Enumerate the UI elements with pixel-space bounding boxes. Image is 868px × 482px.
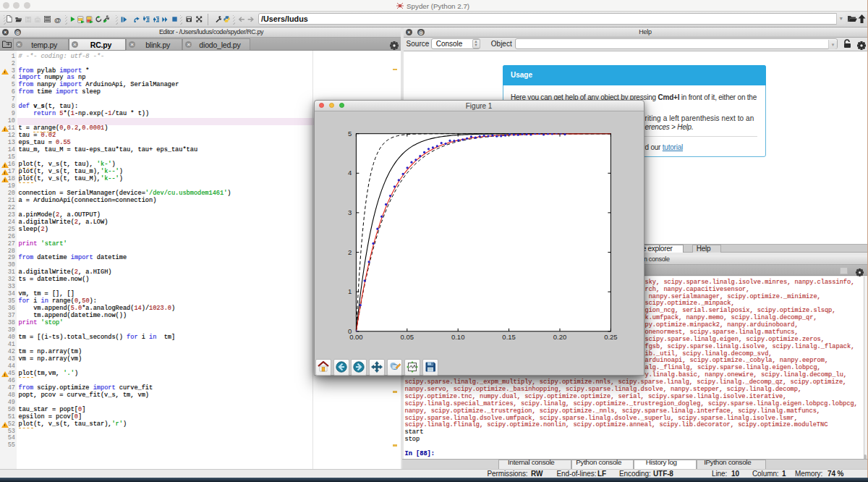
svg-text:0: 0 [348, 326, 352, 334]
svg-text:0.10: 0.10 [451, 332, 465, 340]
svg-text:3: 3 [348, 208, 352, 216]
svg-text:1: 1 [348, 287, 352, 295]
svg-text:5: 5 [348, 129, 352, 137]
svg-text:0.25: 0.25 [604, 332, 618, 340]
svg-text:0.20: 0.20 [553, 332, 566, 340]
svg-text:2: 2 [348, 248, 352, 255]
svg-text:0.15: 0.15 [502, 332, 516, 340]
svg-text:4: 4 [348, 169, 352, 177]
svg-text:0.05: 0.05 [400, 332, 414, 340]
